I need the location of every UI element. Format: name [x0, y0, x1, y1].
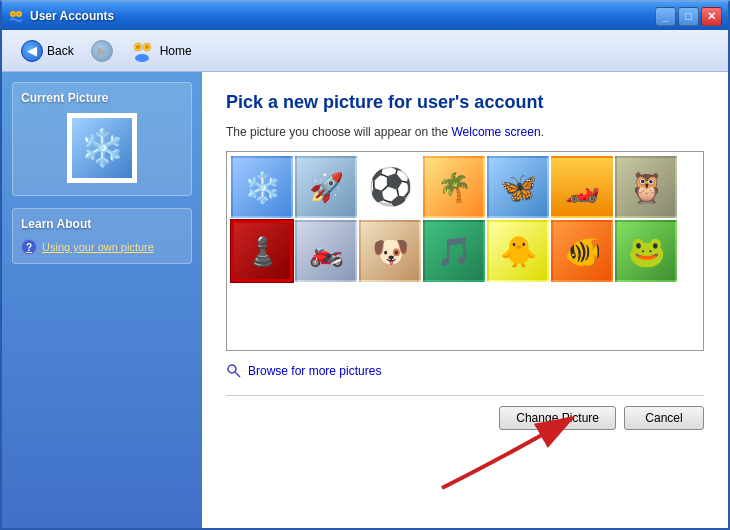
- svg-line-10: [235, 372, 240, 377]
- home-button[interactable]: Home: [121, 36, 202, 66]
- forward-button[interactable]: ▶: [91, 40, 113, 62]
- learn-link-label: Using your own picture: [42, 241, 154, 253]
- svg-point-8: [145, 45, 149, 49]
- learn-about-section: Learn About ? Using your own picture: [12, 208, 192, 264]
- picture-item-frog[interactable]: 🐸: [615, 220, 677, 282]
- svg-point-6: [135, 54, 149, 62]
- picture-item-fish[interactable]: 🐠: [551, 220, 613, 282]
- svg-point-3: [18, 13, 21, 16]
- picture-item-snowflake[interactable]: ❄️: [231, 156, 293, 218]
- sidebar: Current Picture ❄️ Learn About ? Using y…: [2, 72, 202, 528]
- picture-item-soccer[interactable]: ⚽: [359, 156, 421, 218]
- browse-link[interactable]: Browse for more pictures: [226, 363, 704, 379]
- subtitle-text: The picture you choose will appear on th…: [226, 125, 448, 139]
- close-button[interactable]: ✕: [701, 7, 722, 26]
- picture-item-car[interactable]: 🏎️: [551, 156, 613, 218]
- minimize-button[interactable]: _: [655, 7, 676, 26]
- welcome-screen-link[interactable]: Welcome screen: [451, 125, 540, 139]
- picture-item-astronaut[interactable]: 🚀: [295, 156, 357, 218]
- maximize-button[interactable]: □: [678, 7, 699, 26]
- current-picture-image: ❄️: [72, 118, 132, 178]
- learn-about-title: Learn About: [21, 217, 183, 231]
- home-icon: [131, 39, 155, 63]
- picture-item-owl[interactable]: 🦉: [615, 156, 677, 218]
- back-button[interactable]: ◀ Back: [12, 36, 83, 66]
- current-picture-section: Current Picture ❄️: [12, 82, 192, 196]
- toolbar: ◀ Back ▶ Home: [2, 30, 728, 72]
- home-label: Home: [160, 44, 192, 58]
- page-title: Pick a new picture for user's account: [226, 92, 704, 113]
- main-panel: Pick a new picture for user's account Th…: [202, 72, 728, 528]
- title-bar: User Accounts _ □ ✕: [2, 2, 728, 30]
- picture-item-butterfly[interactable]: 🦋: [487, 156, 549, 218]
- learn-link[interactable]: ? Using your own picture: [21, 239, 183, 255]
- title-bar-icon: [8, 8, 24, 24]
- cancel-button[interactable]: Cancel: [624, 406, 704, 430]
- window: User Accounts _ □ ✕ ◀ Back ▶ Home: [0, 0, 730, 530]
- current-picture-title: Current Picture: [21, 91, 183, 105]
- picture-item-dog[interactable]: 🐶: [359, 220, 421, 282]
- picture-item-beach[interactable]: 🌴: [423, 156, 485, 218]
- window-title: User Accounts: [30, 9, 649, 23]
- svg-point-2: [12, 13, 15, 16]
- svg-point-9: [228, 365, 236, 373]
- picture-grid: ❄️🚀⚽🌴🦋🏎️🦉♟️🏍️🐶🎵🐥🐠🐸: [227, 152, 703, 286]
- help-icon: ?: [21, 239, 37, 255]
- svg-point-7: [136, 45, 140, 49]
- search-icon: [226, 363, 242, 379]
- picture-item-duck[interactable]: 🐥: [487, 220, 549, 282]
- subtitle: The picture you choose will appear on th…: [226, 125, 704, 139]
- browse-label: Browse for more pictures: [248, 364, 381, 378]
- bottom-bar: Change Picture Cancel: [226, 395, 704, 430]
- current-picture-frame: ❄️: [67, 113, 137, 183]
- picture-item-audio[interactable]: 🎵: [423, 220, 485, 282]
- back-arrow-icon: ◀: [21, 40, 43, 62]
- picture-item-chess[interactable]: ♟️: [231, 220, 293, 282]
- change-picture-button[interactable]: Change Picture: [499, 406, 616, 430]
- picture-item-motorbike[interactable]: 🏍️: [295, 220, 357, 282]
- content-area: Current Picture ❄️ Learn About ? Using y…: [2, 72, 728, 528]
- picture-grid-container[interactable]: ❄️🚀⚽🌴🦋🏎️🦉♟️🏍️🐶🎵🐥🐠🐸: [226, 151, 704, 351]
- title-bar-buttons: _ □ ✕: [655, 7, 722, 26]
- back-label: Back: [47, 44, 74, 58]
